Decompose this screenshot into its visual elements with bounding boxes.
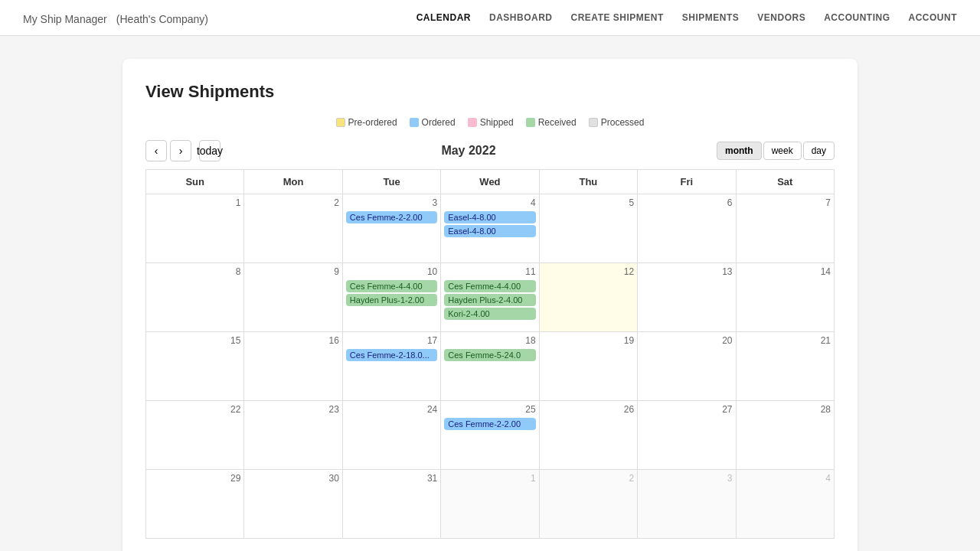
day-cell: 4 Easel-4-8.00 Easel-4-8.00	[441, 194, 539, 263]
day-cell: 16	[244, 332, 342, 401]
legend-processed: Processed	[589, 117, 645, 128]
nav-create-shipment[interactable]: CREATE SHIPMENT	[571, 12, 664, 23]
day-cell: 21	[736, 332, 834, 401]
day-cell: 5	[539, 194, 637, 263]
event[interactable]: Hayden Plus-2-4.00	[444, 294, 535, 306]
event[interactable]: Ces Femme-2-18.0...	[346, 349, 437, 361]
day-cell: 20	[638, 332, 736, 401]
col-tue: Tue	[342, 170, 440, 194]
nav-shipments[interactable]: SHIPMENTS	[682, 12, 740, 23]
view-week-button[interactable]: week	[763, 142, 802, 160]
calendar-grid: Sun Mon Tue Wed Thu Fri Sat 1 2	[145, 169, 835, 539]
day-cell: 3 Ces Femme-2-2.00	[342, 194, 440, 263]
day-cell: 8	[146, 263, 244, 332]
table-row: 22 23 24 25 Ces Femme-2-2.00 26	[146, 401, 835, 470]
page-container: View Shipments Pre-ordered Ordered Shipp…	[122, 59, 858, 551]
app-subtitle: (Heath's Company)	[116, 13, 208, 25]
day-cell: 2	[244, 194, 342, 263]
day-cell-other: 4	[736, 470, 834, 539]
calendar-header: ‹ › today May 2022 month week day	[145, 140, 835, 161]
event[interactable]: Easel-4-8.00	[444, 225, 535, 237]
legend-preordered: Pre-ordered	[336, 117, 397, 128]
table-row: 1 2 3 Ces Femme-2-2.00 4 Easel-4-8.00 Ea…	[146, 194, 835, 263]
calendar-nav: ‹ › today	[145, 140, 220, 161]
main-nav: CALENDAR DASHBOARD CREATE SHIPMENT SHIPM…	[416, 12, 957, 23]
nav-vendors[interactable]: VENDORS	[757, 12, 805, 23]
day-cell: 29	[146, 470, 244, 539]
legend-received: Received	[526, 117, 577, 128]
day-cell: 1	[146, 194, 244, 263]
nav-accounting[interactable]: ACCOUNTING	[824, 12, 890, 23]
day-cell-today: 12	[539, 263, 637, 332]
day-cell: 6	[638, 194, 736, 263]
day-cell: 19	[539, 332, 637, 401]
day-cell: 25 Ces Femme-2-2.00	[441, 401, 539, 470]
nav-dashboard[interactable]: DASHBOARD	[489, 12, 553, 23]
day-cell: 7	[736, 194, 834, 263]
day-cell-other: 3	[638, 470, 736, 539]
event[interactable]: Ces Femme-5-24.0	[444, 349, 535, 361]
legend-dot-preordered	[336, 118, 345, 127]
day-cell: 15	[146, 332, 244, 401]
event[interactable]: Ces Femme-2-2.00	[444, 418, 535, 430]
col-sat: Sat	[736, 170, 834, 194]
col-sun: Sun	[146, 170, 244, 194]
event[interactable]: Hayden Plus-1-2.00	[346, 294, 437, 306]
legend-shipped: Shipped	[468, 117, 514, 128]
day-cell: 30	[244, 470, 342, 539]
day-cell: 18 Ces Femme-5-24.0	[441, 332, 539, 401]
day-cell: 17 Ces Femme-2-18.0...	[342, 332, 440, 401]
event[interactable]: Kori-2-4.00	[444, 308, 535, 320]
day-cell: 26	[539, 401, 637, 470]
day-cell: 9	[244, 263, 342, 332]
table-row: 15 16 17 Ces Femme-2-18.0... 18 Ces Femm…	[146, 332, 835, 401]
view-toggles: month week day	[717, 142, 835, 160]
day-cell: 13	[638, 263, 736, 332]
day-cell: 22	[146, 401, 244, 470]
today-button[interactable]: today	[199, 140, 220, 161]
event[interactable]: Ces Femme-2-2.00	[346, 211, 437, 223]
view-day-button[interactable]: day	[803, 142, 835, 160]
nav-calendar[interactable]: CALENDAR	[416, 12, 471, 23]
legend-dot-shipped	[468, 118, 477, 127]
col-thu: Thu	[539, 170, 637, 194]
day-cell: 24	[342, 401, 440, 470]
col-wed: Wed	[441, 170, 539, 194]
day-cell-other: 2	[539, 470, 637, 539]
day-cell: 11 Ces Femme-4-4.00 Hayden Plus-2-4.00 K…	[441, 263, 539, 332]
col-mon: Mon	[244, 170, 342, 194]
app-title: My Ship Manager (Heath's Company)	[23, 8, 416, 28]
day-cell: 28	[736, 401, 834, 470]
legend: Pre-ordered Ordered Shipped Received Pro…	[145, 117, 835, 128]
month-label: May 2022	[220, 144, 717, 158]
event[interactable]: Ces Femme-4-4.00	[444, 280, 535, 292]
legend-dot-received	[526, 118, 535, 127]
legend-dot-processed	[589, 118, 598, 127]
table-row: 29 30 31 1 2 3	[146, 470, 835, 539]
legend-dot-ordered	[410, 118, 419, 127]
day-cell: 10 Ces Femme-4-4.00 Hayden Plus-1-2.00	[342, 263, 440, 332]
event[interactable]: Easel-4-8.00	[444, 211, 535, 223]
legend-ordered: Ordered	[410, 117, 456, 128]
day-cell: 27	[638, 401, 736, 470]
day-cell-other: 1	[441, 470, 539, 539]
day-cell: 23	[244, 401, 342, 470]
col-fri: Fri	[638, 170, 736, 194]
day-cell: 31	[342, 470, 440, 539]
prev-month-button[interactable]: ‹	[145, 140, 167, 161]
event[interactable]: Ces Femme-4-4.00	[346, 280, 437, 292]
view-month-button[interactable]: month	[717, 142, 762, 160]
nav-account[interactable]: ACCOUNT	[909, 12, 958, 23]
day-cell: 14	[736, 263, 834, 332]
page-title: View Shipments	[145, 82, 835, 102]
table-row: 8 9 10 Ces Femme-4-4.00 Hayden Plus-1-2.…	[146, 263, 835, 332]
next-month-button[interactable]: ›	[170, 140, 191, 161]
